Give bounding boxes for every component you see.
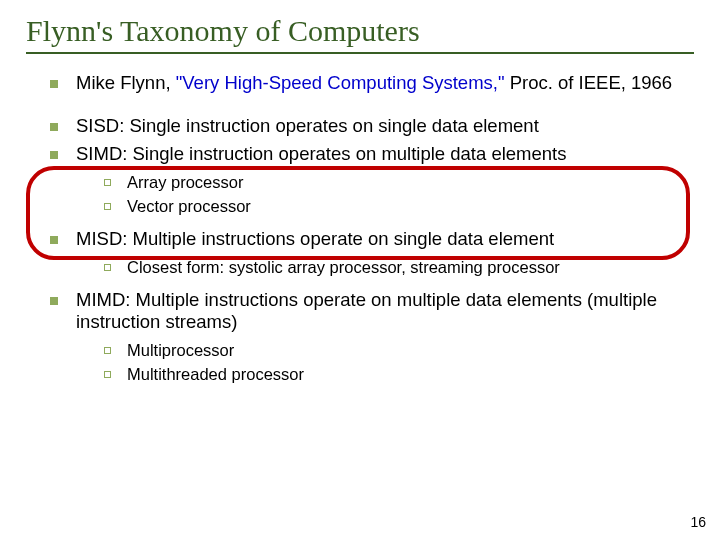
- hollow-square-bullet-icon: [104, 371, 111, 378]
- subbullet-text: Multithreaded processor: [127, 364, 694, 384]
- spacer: [26, 220, 694, 228]
- subbullet-multithreaded: Multithreaded processor: [104, 364, 694, 384]
- subbullet-text: Array processor: [127, 172, 694, 192]
- square-bullet-icon: [50, 151, 58, 159]
- bullet-text: MISD: Multiple instructions operate on s…: [76, 228, 694, 251]
- subbullet-text: Closest form: systolic array processor, …: [127, 257, 694, 277]
- citation-pre: Mike Flynn,: [76, 72, 176, 93]
- citation-quote: "Very High-Speed Computing Systems,": [176, 72, 505, 93]
- page-number: 16: [690, 514, 706, 530]
- square-bullet-icon: [50, 80, 58, 88]
- subbullet-vector-processor: Vector processor: [104, 196, 694, 216]
- square-bullet-icon: [50, 297, 58, 305]
- bullet-text: SISD: Single instruction operates on sin…: [76, 115, 694, 138]
- square-bullet-icon: [50, 123, 58, 131]
- hollow-square-bullet-icon: [104, 347, 111, 354]
- spacer: [26, 101, 694, 115]
- hollow-square-bullet-icon: [104, 264, 111, 271]
- bullet-simd: SIMD: Single instruction operates on mul…: [50, 143, 694, 166]
- bullet-text: SIMD: Single instruction operates on mul…: [76, 143, 694, 166]
- bullet-citation: Mike Flynn, "Very High-Speed Computing S…: [50, 72, 694, 95]
- bullet-text: Mike Flynn, "Very High-Speed Computing S…: [76, 72, 694, 95]
- square-bullet-icon: [50, 236, 58, 244]
- hollow-square-bullet-icon: [104, 179, 111, 186]
- bullet-mimd: MIMD: Multiple instructions operate on m…: [50, 289, 694, 334]
- bullet-text: MIMD: Multiple instructions operate on m…: [76, 289, 694, 334]
- subbullet-text: Multiprocessor: [127, 340, 694, 360]
- subbullet-text: Vector processor: [127, 196, 694, 216]
- slide: Flynn's Taxonomy of Computers Mike Flynn…: [0, 0, 720, 540]
- slide-title: Flynn's Taxonomy of Computers: [26, 14, 694, 48]
- subbullet-systolic: Closest form: systolic array processor, …: [104, 257, 694, 277]
- subbullet-multiprocessor: Multiprocessor: [104, 340, 694, 360]
- citation-post: Proc. of IEEE, 1966: [505, 72, 673, 93]
- bullet-misd: MISD: Multiple instructions operate on s…: [50, 228, 694, 251]
- title-underline: [26, 52, 694, 54]
- slide-body: Mike Flynn, "Very High-Speed Computing S…: [26, 72, 694, 384]
- bullet-sisd: SISD: Single instruction operates on sin…: [50, 115, 694, 138]
- spacer: [26, 281, 694, 289]
- hollow-square-bullet-icon: [104, 203, 111, 210]
- subbullet-array-processor: Array processor: [104, 172, 694, 192]
